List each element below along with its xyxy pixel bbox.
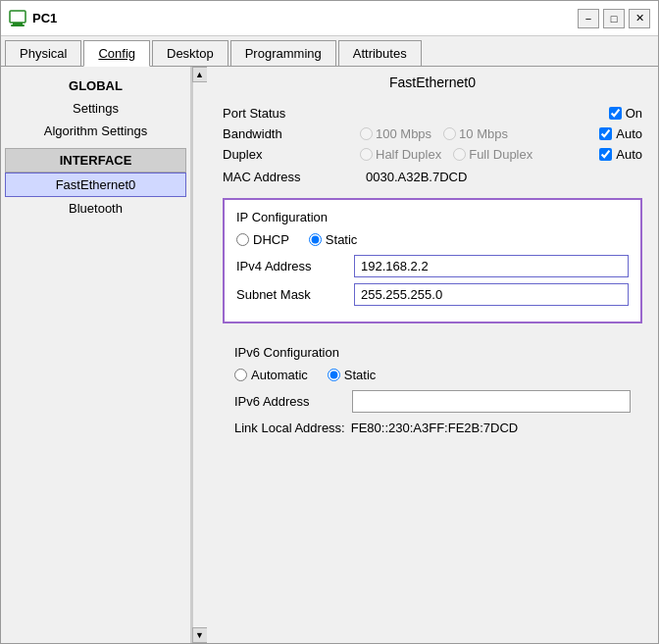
ipv6-config-title: IPv6 Configuration (234, 345, 631, 360)
duplex-half-radio[interactable] (360, 148, 373, 161)
port-on-checkbox[interactable] (609, 107, 622, 120)
static-radio[interactable] (309, 233, 322, 246)
tab-config[interactable]: Config (83, 40, 150, 67)
sidebar: GLOBAL Settings Algorithm Settings INTER… (1, 67, 191, 643)
subnet-mask-row: Subnet Mask (236, 283, 629, 306)
link-local-label: Link Local Address: (234, 421, 345, 435)
bandwidth-row: Bandwidth 100 Mbps 10 Mbps Auto (223, 126, 642, 141)
subnet-input[interactable] (354, 283, 629, 306)
ipv4-input[interactable] (354, 255, 629, 277)
scroll-track (192, 82, 208, 627)
bandwidth-auto-checkbox[interactable] (599, 127, 612, 140)
minimize-button[interactable]: − (578, 9, 599, 28)
main-panel: FastEthernet0 Port Status On Bandwidth (207, 67, 658, 643)
svg-rect-2 (11, 25, 25, 26)
ipv6-automatic-radio[interactable] (234, 369, 247, 381)
sidebar-item-fastethernet0[interactable]: FastEthernet0 (5, 173, 186, 197)
sidebar-item-algorithm-settings[interactable]: Algorithm Settings (5, 120, 186, 142)
port-status-row: Port Status On (223, 106, 642, 121)
static-option: Static (309, 232, 358, 247)
window-title: PC1 (32, 11, 57, 25)
duplex-full: Full Duplex (453, 147, 532, 162)
sidebar-item-bluetooth[interactable]: Bluetooth (5, 197, 186, 220)
ipv4-label: IPv4 Address (236, 259, 354, 273)
ip-config-title: IP Configuration (236, 210, 629, 224)
bandwidth-label: Bandwidth (223, 126, 360, 141)
config-content: Port Status On Bandwidth 100 Mbps (207, 98, 658, 643)
global-heading: GLOBAL (5, 74, 186, 97)
duplex-half: Half Duplex (360, 147, 441, 162)
mac-address-value: 0030.A32B.7DCD (360, 168, 473, 186)
link-local-value: FE80::230:A3FF:FE2B:7DCD (345, 419, 525, 437)
close-button[interactable]: ✕ (629, 9, 650, 28)
interface-title: FastEthernet0 (207, 67, 658, 98)
ipv6-address-input[interactable] (352, 390, 631, 413)
maximize-button[interactable]: □ (603, 9, 625, 28)
ip-config-mode-row: DHCP Static (236, 232, 629, 247)
bandwidth-10mbps: 10 Mbps (443, 126, 508, 141)
bandwidth-auto-group: Auto (599, 126, 642, 141)
duplex-label: Duplex (223, 147, 360, 162)
ipv6-config-section: IPv6 Configuration Automatic Static IPv6… (223, 335, 642, 453)
scroll-down-button[interactable]: ▼ (192, 627, 208, 643)
subnet-label: Subnet Mask (236, 287, 354, 302)
tab-bar: Physical Config Desktop Programming Attr… (1, 36, 658, 67)
duplex-auto-label: Auto (616, 147, 642, 162)
ipv6-config-mode-row: Automatic Static (234, 368, 631, 382)
duplex-row: Duplex Half Duplex Full Duplex A (223, 147, 642, 162)
interface-heading: INTERFACE (5, 148, 186, 173)
mac-address-label: MAC Address (223, 170, 360, 184)
ipv6-static-radio[interactable] (328, 369, 340, 381)
sidebar-wrapper: GLOBAL Settings Algorithm Settings INTER… (1, 67, 207, 643)
port-on-group: On (609, 106, 642, 121)
port-on-label: On (626, 106, 642, 121)
sidebar-scroll: GLOBAL Settings Algorithm Settings INTER… (5, 71, 186, 220)
sidebar-item-settings[interactable]: Settings (5, 97, 186, 120)
window-controls: − □ ✕ (578, 9, 650, 28)
duplex-auto-checkbox[interactable] (599, 148, 612, 161)
bandwidth-100mbps-radio[interactable] (360, 127, 373, 140)
ipv6-address-label: IPv6 Address (234, 394, 352, 409)
sidebar-inner: GLOBAL Settings Algorithm Settings INTER… (1, 67, 190, 643)
tab-attributes[interactable]: Attributes (338, 40, 422, 66)
app-icon (9, 10, 26, 27)
bandwidth-100mbps: 100 Mbps (360, 126, 431, 141)
bandwidth-auto-label: Auto (616, 126, 642, 141)
mac-address-row: MAC Address 0030.A32B.7DCD (223, 168, 642, 186)
tab-desktop[interactable]: Desktop (152, 40, 228, 66)
dhcp-option: DHCP (236, 232, 289, 247)
ipv6-address-row: IPv6 Address (234, 390, 631, 413)
duplex-auto-group: Auto (599, 147, 642, 162)
tab-programming[interactable]: Programming (230, 40, 336, 66)
ipv4-address-row: IPv4 Address (236, 255, 629, 277)
tab-physical[interactable]: Physical (5, 40, 81, 66)
duplex-options: Half Duplex Full Duplex (360, 147, 599, 162)
main-window: PC1 − □ ✕ Physical Config Desktop Progra… (0, 0, 659, 644)
link-local-row: Link Local Address: FE80::230:A3FF:FE2B:… (234, 419, 631, 437)
title-bar-left: PC1 (9, 10, 57, 27)
ip-config-section: IP Configuration DHCP Static IPv4 Addres… (223, 198, 642, 323)
scroll-up-button[interactable]: ▲ (192, 67, 208, 82)
ipv6-static-option: Static (328, 368, 377, 382)
port-status-label: Port Status (223, 106, 360, 121)
bandwidth-10mbps-radio[interactable] (443, 127, 456, 140)
content-area: GLOBAL Settings Algorithm Settings INTER… (1, 67, 658, 643)
dhcp-radio[interactable] (236, 233, 249, 246)
bandwidth-options: 100 Mbps 10 Mbps (360, 126, 599, 141)
svg-rect-0 (10, 11, 25, 23)
duplex-full-radio[interactable] (453, 148, 466, 161)
title-bar: PC1 − □ ✕ (1, 1, 658, 36)
sidebar-scrollbar: ▲ ▼ (191, 67, 207, 643)
ipv6-automatic-option: Automatic (234, 368, 308, 382)
